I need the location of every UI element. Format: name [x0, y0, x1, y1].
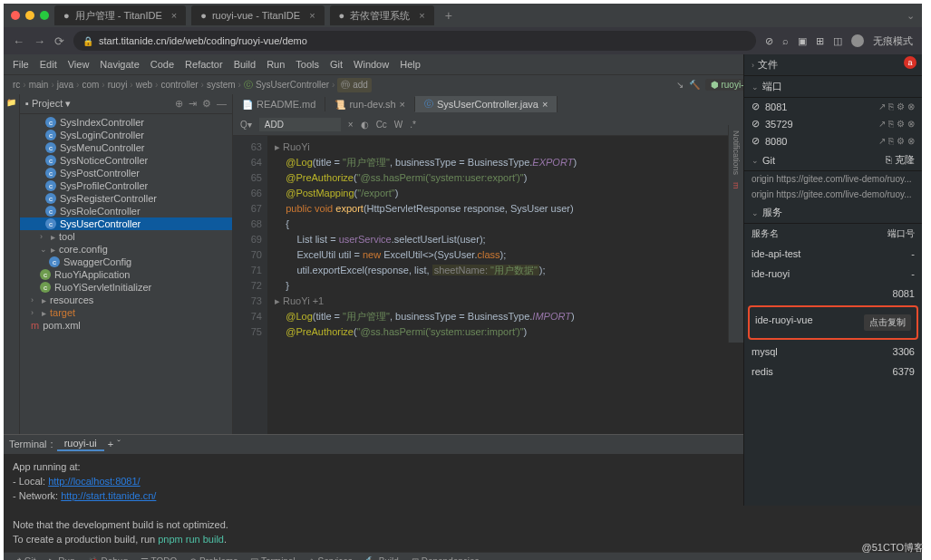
service-row[interactable]: ide-ruoyi-: [744, 264, 922, 284]
tree-item[interactable]: ›▸tool: [20, 230, 232, 243]
git-section[interactable]: ⌄Git⎘ 克隆: [744, 150, 922, 171]
menu-item[interactable]: File: [13, 59, 29, 70]
tool-tab[interactable]: ◈ Services: [308, 556, 353, 560]
tool-tab[interactable]: 🔨 Build: [365, 556, 399, 560]
key-icon[interactable]: ⌕: [782, 35, 789, 46]
reload-button[interactable]: ⟳: [54, 34, 64, 48]
close-icon[interactable]: ×: [419, 10, 424, 21]
editor-tab[interactable]: 📄README.md: [233, 97, 325, 111]
copy-icon: ⎘: [888, 101, 894, 111]
close-icon[interactable]: ×: [171, 10, 177, 21]
menu-item[interactable]: Help: [400, 59, 421, 70]
extensions-icon[interactable]: ⊞: [816, 35, 824, 47]
tool-tab[interactable]: 🐞 Debug: [88, 556, 128, 560]
tree-item[interactable]: cRuoYiApplication: [20, 268, 232, 281]
menu-item[interactable]: Window: [354, 59, 389, 70]
browser-tab[interactable]: ●用户管理 - TitanIDE×: [54, 5, 186, 25]
maven-icon[interactable]: m: [732, 182, 741, 189]
new-tab-button[interactable]: +: [440, 8, 458, 23]
menu-item[interactable]: Tools: [296, 59, 319, 70]
copy-button[interactable]: 点击复制: [864, 314, 911, 331]
notifications-icon[interactable]: Notifications: [732, 130, 741, 175]
tree-item[interactable]: cSysIndexController: [20, 116, 232, 129]
avatar[interactable]: [851, 34, 864, 47]
new-terminal-icon[interactable]: +: [108, 439, 113, 449]
menu-item[interactable]: View: [68, 59, 90, 70]
tree-item[interactable]: mpom.xml: [20, 319, 232, 332]
tool-tab[interactable]: ⊘ Problems: [189, 556, 238, 560]
service-row[interactable]: mysql3306: [744, 342, 922, 362]
forward-button[interactable]: →: [34, 34, 45, 48]
tree-item[interactable]: cSysProfileController: [20, 179, 232, 192]
menu-item[interactable]: Edit: [40, 59, 57, 70]
tool-tab[interactable]: ▣ Terminal: [250, 556, 295, 560]
port-row[interactable]: ⊘8080↗⎘⚙⊗: [744, 132, 922, 150]
git-remote: origin https://gitee.com/live-demo/ruoy.…: [744, 187, 922, 202]
menu-item[interactable]: Git: [330, 59, 343, 70]
notification-badge[interactable]: a: [904, 56, 916, 69]
cast-icon[interactable]: ▣: [798, 35, 807, 47]
project-tree[interactable]: cSysIndexControllercSysLoginControllercS…: [20, 114, 232, 434]
hide-icon[interactable]: —: [217, 98, 227, 110]
port-row[interactable]: ⊘35729↗⎘⚙⊗: [744, 115, 922, 132]
tool-tab[interactable]: ▶ Run: [49, 556, 75, 560]
tree-item[interactable]: cSysUserController: [20, 217, 232, 230]
incognito-label: 无痕模式: [873, 34, 913, 48]
port-row[interactable]: ⊘8081↗⎘⚙⊗: [744, 98, 922, 115]
tool-tab[interactable]: ☰ TODO: [141, 556, 177, 560]
tree-item[interactable]: cRuoYiServletInitializer: [20, 281, 232, 294]
collapse-icon[interactable]: ⇥: [189, 98, 197, 110]
menu-item[interactable]: Code: [150, 59, 174, 70]
tree-item[interactable]: cSysNoticeController: [20, 154, 232, 167]
files-section[interactable]: ›文件: [744, 54, 922, 76]
service-row[interactable]: redis6379: [744, 362, 922, 381]
services-section[interactable]: ⌄服务: [744, 202, 922, 224]
close-icon[interactable]: ×: [348, 120, 354, 130]
key-icon[interactable]: ⊘: [765, 35, 773, 47]
close-icon[interactable]: ×: [309, 10, 315, 21]
tree-item[interactable]: cSysLoginController: [20, 129, 232, 141]
browser-tab[interactable]: ●若依管理系统×: [330, 5, 434, 25]
chevron-down-icon[interactable]: ⌄: [907, 10, 915, 22]
menu-item[interactable]: Build: [234, 59, 256, 70]
tree-item[interactable]: ⌄▸core.config: [20, 243, 232, 256]
editor-tab[interactable]: ⓒSysUserController.java×: [415, 96, 558, 112]
gear-icon[interactable]: ⚙: [202, 98, 211, 110]
tree-item[interactable]: cSysRegisterController: [20, 192, 232, 205]
find-input[interactable]: [259, 118, 341, 131]
tool-tab[interactable]: ⊞ Dependencies: [412, 556, 480, 560]
back-button[interactable]: ←: [13, 34, 24, 48]
service-row[interactable]: 8081: [744, 284, 922, 304]
tree-item[interactable]: cSysRoleController: [20, 205, 232, 217]
tool-tab[interactable]: ⎇ Git: [11, 556, 36, 560]
tree-item[interactable]: cSysPostController: [20, 167, 232, 179]
editor-tab[interactable]: 📜run-dev.sh×: [325, 97, 415, 111]
tree-item[interactable]: ›▸target: [20, 306, 232, 319]
menu-item[interactable]: Navigate: [100, 59, 139, 70]
url-field[interactable]: 🔒 start.titanide.cn/ide/web/coding/ruoyi…: [73, 31, 756, 51]
hammer-icon[interactable]: 🔨: [689, 80, 700, 90]
gear-icon: ⚙: [897, 101, 905, 111]
ports-section[interactable]: ⌄端口: [744, 76, 922, 98]
menu-item[interactable]: Run: [267, 59, 285, 70]
address-bar: ← → ⟳ 🔒 start.titanide.cn/ide/web/coding…: [4, 27, 922, 54]
browser-tab[interactable]: ●ruoyi-vue - TitanIDE×: [191, 5, 324, 25]
traffic-lights[interactable]: [11, 11, 49, 20]
select-file-icon[interactable]: ⊕: [175, 98, 183, 110]
services-header: 服务名端口号: [744, 224, 922, 244]
search-icon[interactable]: Q▾: [240, 120, 252, 130]
git-remote: origin https://gitee.com/live-demo/ruoy.…: [744, 171, 922, 187]
service-row[interactable]: ide-api-test-: [744, 244, 922, 264]
service-row[interactable]: ide-ruoyi-vue点击复制: [748, 305, 918, 340]
add-config-icon[interactable]: ↘: [676, 80, 684, 90]
watermark: @51CTO博客: [862, 541, 924, 555]
project-dropdown[interactable]: ▪ Project ▾: [25, 98, 71, 110]
puzzle-icon[interactable]: ◫: [833, 35, 842, 47]
tree-item[interactable]: cSwaggerConfig: [20, 256, 232, 268]
terminal-tab[interactable]: ruoyi-ui: [57, 437, 104, 451]
tree-item[interactable]: cSysMenuController: [20, 141, 232, 154]
bottom-tool-bar: ⎇ Git ▶ Run 🐞 Debug ☰ TODO ⊘ Problems ▣ …: [4, 552, 922, 560]
menu-item[interactable]: Refactor: [185, 59, 223, 70]
project-tool-icon[interactable]: 📁: [6, 98, 16, 107]
tree-item[interactable]: ›▸resources: [20, 294, 232, 306]
